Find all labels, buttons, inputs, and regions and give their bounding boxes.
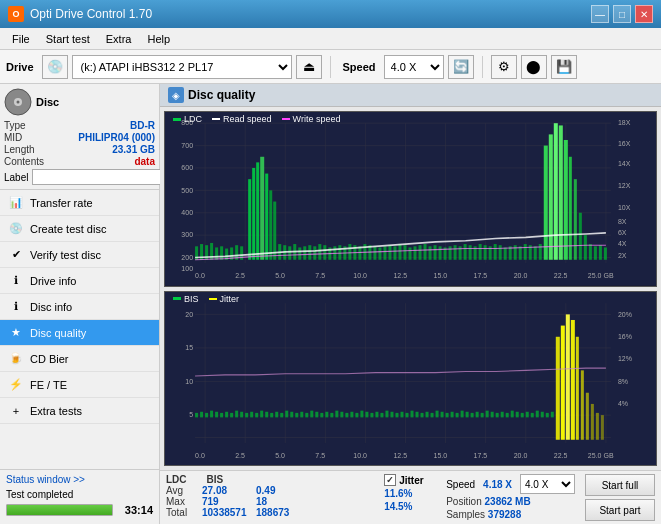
title-bar: O Opti Drive Control 1.70 — □ ✕ [0,0,661,28]
sidebar-status-bar: Status window >> Test completed 33:14 [0,469,159,524]
svg-rect-115 [519,246,522,259]
sidebar-item-transfer-rate[interactable]: 📊 Transfer rate [0,190,159,216]
main-area: Disc Type BD-R MID PHILIPR04 (000) Lengt… [0,84,661,524]
settings-button[interactable]: ⚙ [491,55,517,79]
svg-rect-228 [486,410,489,417]
svg-rect-63 [260,157,264,260]
svg-text:20.0: 20.0 [514,270,528,279]
svg-rect-125 [569,157,572,260]
svg-rect-90 [393,246,396,259]
ldc-max: 719 [202,496,252,507]
stats-speed-col: Speed 4.18 X 4.0 X 2.0 X 6.0 X 8.0 X Pos… [446,474,575,520]
svg-rect-182 [255,412,258,416]
svg-rect-65 [269,190,272,259]
ldc-total: 10338571 [202,507,252,518]
position-value: 23862 MB [485,496,531,507]
svg-rect-118 [534,246,537,259]
svg-rect-178 [235,410,238,417]
svg-text:10.0: 10.0 [353,450,367,459]
fe-te-icon: ⚡ [8,377,24,393]
svg-rect-190 [295,412,298,416]
svg-rect-175 [220,412,223,416]
svg-rect-250 [596,412,599,439]
svg-text:15.0: 15.0 [434,450,448,459]
svg-text:17.5: 17.5 [474,270,488,279]
minimize-button[interactable]: — [591,5,609,23]
svg-text:17.5: 17.5 [474,450,488,459]
svg-rect-105 [469,245,472,260]
svg-text:500: 500 [181,185,193,194]
svg-rect-87 [378,247,381,259]
sidebar-item-disc-info[interactable]: ℹ Disc info [0,294,159,320]
svg-rect-213 [411,410,414,417]
top-chart: LDC Read speed Write speed [164,111,657,287]
svg-text:20: 20 [185,309,193,318]
menu-extra[interactable]: Extra [98,31,140,47]
svg-rect-127 [579,213,582,260]
sidebar-item-disc-quality[interactable]: ★ Disc quality [0,320,159,346]
speed-select[interactable]: 4.0 X 1.0 X 2.0 X 6.0 X 8.0 X MAX [384,55,444,79]
sidebar-item-verify-test-disc[interactable]: ✔ Verify test disc [0,242,159,268]
bis-legend-dot [173,297,181,300]
disc-panel: Disc Type BD-R MID PHILIPR04 (000) Lengt… [0,84,159,190]
speed-label: Speed [343,61,376,73]
svg-rect-112 [504,247,507,259]
start-part-button[interactable]: Start part [585,499,655,521]
svg-rect-60 [248,179,251,260]
start-full-button[interactable]: Start full [585,474,655,496]
svg-rect-201 [350,411,353,417]
svg-rect-241 [551,411,554,417]
svg-rect-233 [511,410,514,417]
speed-stat-dropdown[interactable]: 4.0 X 2.0 X 6.0 X 8.0 X [520,474,575,494]
svg-rect-220 [446,412,449,416]
svg-rect-107 [479,244,482,260]
svg-text:700: 700 [181,140,193,149]
save-button[interactable]: 💾 [551,55,577,79]
sidebar-item-drive-info[interactable]: ℹ Drive info [0,268,159,294]
cd-bier-label: CD Bier [30,353,69,365]
svg-text:12.5: 12.5 [393,270,407,279]
jitter-max: 14.5% [384,501,434,512]
label-input[interactable] [32,169,165,185]
chart-header: ◈ Disc quality [160,84,661,107]
sidebar-item-fe-te[interactable]: ⚡ FE / TE [0,372,159,398]
svg-text:0.0: 0.0 [195,450,205,459]
bottom-chart-svg: 20 15 10 5 20% 16% 12% 8% 4% 0.0 2.5 5.0… [165,292,656,466]
svg-rect-79 [338,245,341,260]
sidebar-item-extra-tests[interactable]: + Extra tests [0,398,159,424]
refresh-button[interactable]: 🔄 [448,55,474,79]
drive-icon-btn[interactable]: 💿 [42,55,68,79]
menu-start-test[interactable]: Start test [38,31,98,47]
type-value: BD-R [130,120,155,131]
svg-rect-184 [265,411,268,417]
sidebar-item-cd-bier[interactable]: 🍺 CD Bier [0,346,159,372]
sidebar: Disc Type BD-R MID PHILIPR04 (000) Lengt… [0,84,160,524]
svg-rect-72 [303,246,306,259]
disc-section-label: Disc [36,96,59,108]
sidebar-item-create-test-disc[interactable]: 💿 Create test disc [0,216,159,242]
svg-rect-88 [383,246,386,259]
speed-stat-label: Speed [446,479,475,490]
svg-rect-122 [554,123,558,260]
drive-select[interactable]: (k:) ATAPI iHBS312 2 PL17 [72,55,292,79]
disc-quality-icon: ★ [8,325,24,341]
svg-rect-192 [305,412,308,416]
eject-button[interactable]: ⏏ [296,55,322,79]
svg-rect-123 [559,125,563,259]
status-window-button[interactable]: Status window >> [6,474,85,485]
svg-text:6X: 6X [618,228,627,237]
maximize-button[interactable]: □ [613,5,631,23]
svg-rect-64 [265,174,268,260]
app-icon: O [8,6,24,22]
menu-help[interactable]: Help [139,31,178,47]
svg-rect-209 [390,411,393,417]
record-button[interactable]: ⬤ [521,55,547,79]
app-title: Opti Drive Control 1.70 [30,7,152,21]
close-button[interactable]: ✕ [635,5,653,23]
svg-rect-132 [604,247,607,259]
type-label: Type [4,120,26,131]
svg-rect-170 [195,412,198,416]
jitter-checkbox[interactable]: ✓ [384,474,396,486]
menu-file[interactable]: File [4,31,38,47]
svg-rect-200 [345,412,348,416]
